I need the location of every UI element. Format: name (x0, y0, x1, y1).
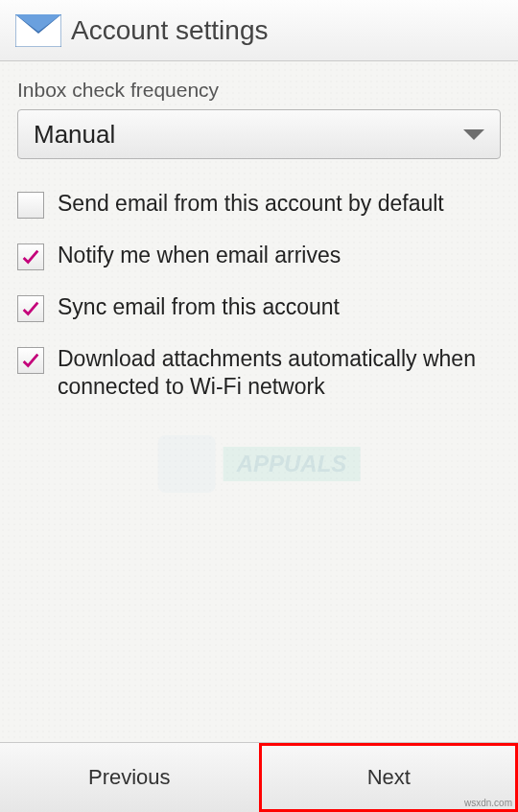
footer-nav: Previous Next (0, 742, 518, 812)
checkbox-notify[interactable] (17, 244, 44, 270)
option-label: Notify me when email arrives (58, 242, 341, 269)
option-sync[interactable]: Sync email from this account (17, 282, 501, 334)
watermark: APPUALS (158, 435, 361, 493)
options-list: Send email from this account by default … (17, 178, 501, 412)
option-label: Download attachments automatically when … (58, 345, 501, 401)
checkbox-download-wifi[interactable] (17, 347, 44, 374)
option-label: Send email from this account by default (58, 190, 444, 218)
content-area: Inbox check frequency Manual Send email … (0, 61, 518, 742)
watermark-mascot-icon (158, 435, 216, 493)
watermark-text: APPUALS (224, 447, 361, 481)
frequency-dropdown[interactable]: Manual (17, 109, 501, 159)
checkbox-sync[interactable] (17, 295, 44, 322)
option-download-wifi[interactable]: Download attachments automatically when … (17, 334, 501, 412)
section-label-frequency: Inbox check frequency (17, 79, 501, 102)
checkbox-default-sender[interactable] (17, 192, 44, 219)
chevron-down-icon (463, 129, 484, 140)
next-button[interactable]: Next (259, 743, 519, 812)
app-header: Account settings (0, 0, 518, 61)
option-notify[interactable]: Notify me when email arrives (17, 230, 501, 282)
option-default-sender[interactable]: Send email from this account by default (17, 178, 501, 230)
previous-button[interactable]: Previous (0, 743, 259, 812)
frequency-selected-value: Manual (34, 120, 115, 150)
mail-icon (15, 14, 61, 47)
page-title: Account settings (71, 15, 268, 46)
option-label: Sync email from this account (58, 293, 340, 321)
